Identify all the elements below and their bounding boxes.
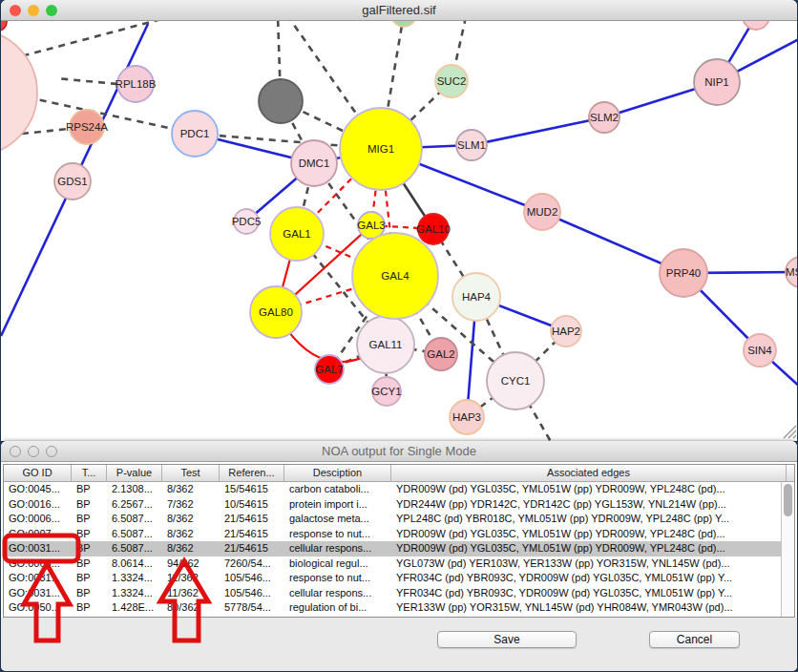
- node-label-RPS24A: RPS24A: [66, 121, 108, 133]
- cell-description: protein import i...: [284, 497, 391, 513]
- cell-test: 80/362: [162, 600, 220, 616]
- noa-output-window: NOA output for Single Mode GO IDT...P-va…: [1, 441, 797, 671]
- cell-edges: YER133W (pp) YOR315W, YNL145W (pd) YHR08…: [391, 600, 787, 616]
- network-window: galFiltered.sif RPL18BRPS24AGDS1PDC1MIG1…: [1, 0, 797, 441]
- node-label-RPL18B: RPL18B: [116, 78, 157, 90]
- cell-p_value: 1.3324...: [107, 571, 162, 586]
- cell-p_value: 6.5087...: [107, 541, 162, 556]
- table-header: GO IDT...P-valueTestReferen...Desciption…: [4, 465, 794, 482]
- node-label-MIG1: MIG1: [368, 143, 394, 155]
- cell-reference: 10/54615: [220, 497, 284, 513]
- node-label-CYC1: CYC1: [501, 375, 531, 387]
- cell-edges: YDR244W (pp) YDR142C, YDR142C (pp) YGL15…: [391, 497, 787, 513]
- cell-edges: YDR009W (pd) YGL035C, YML051W (pp) YDR00…: [391, 541, 787, 556]
- table-row[interactable]: GO:0045...BP2.1308...8/36215/54615carbon…: [4, 482, 794, 497]
- column-header-test[interactable]: Test: [162, 465, 220, 481]
- cell-reference: 21/54615: [220, 512, 284, 527]
- table-row[interactable]: GO:0016...BP6.2567...7/36210/54615protei…: [4, 497, 794, 513]
- cell-type: BP: [72, 527, 107, 542]
- cell-type: BP: [72, 512, 107, 527]
- column-header-type[interactable]: T...: [72, 465, 107, 481]
- graph-edge[interactable]: [472, 117, 604, 145]
- table-row[interactable]: GO:0031...BP1.3324...11/362105/546...cel…: [4, 586, 794, 601]
- cancel-button[interactable]: Cancel: [649, 631, 740, 648]
- cell-description: carbon cataboli...: [284, 482, 391, 497]
- cell-type: BP: [72, 571, 107, 586]
- node-label-SLM1: SLM1: [457, 139, 486, 151]
- cell-go_id: GO:0031...: [4, 541, 72, 556]
- cell-go_id: GO:0006...: [4, 512, 72, 527]
- cell-go_id: GO:0065...: [4, 556, 72, 572]
- resize-grip-icon[interactable]: [784, 426, 796, 438]
- cell-edges: YFR034C (pd) YBR093C, YDR009W (pd) YGL03…: [391, 571, 787, 586]
- column-header-edges[interactable]: Associated edges: [391, 465, 787, 481]
- vertical-scrollbar[interactable]: [781, 482, 794, 617]
- save-button[interactable]: Save: [437, 631, 577, 648]
- table-row[interactable]: GO:0006...BP6.5087...8/36221/54615galact…: [4, 512, 794, 527]
- node-corner-red[interactable]: [1, 21, 7, 31]
- table-row[interactable]: GO:0065...BP8.0614...94/3627260/54...bio…: [4, 556, 794, 572]
- cell-description: response to nut...: [284, 527, 391, 542]
- table-row[interactable]: GO:0007...BP6.5087...8/36221/54615respon…: [4, 527, 794, 542]
- table-row[interactable]: GO:0031...BP6.5087...8/36221/54615cellul…: [4, 541, 794, 556]
- cell-description: regulation of bi...: [284, 600, 391, 616]
- cell-p_value: 6.2567...: [107, 497, 162, 513]
- cell-type: BP: [72, 600, 107, 616]
- cell-description: galactose meta...: [284, 512, 391, 527]
- column-header-p_value[interactable]: P-value: [107, 465, 162, 481]
- node-gray-node[interactable]: [259, 79, 303, 123]
- cell-go_id: GO:0050...: [4, 600, 72, 616]
- cell-edges: YPL248C (pd) YBR018C, YML051W (pp) YDR00…: [391, 512, 787, 527]
- cell-p_value: 6.5087...: [107, 512, 162, 527]
- node-label-DMC1: DMC1: [299, 158, 330, 169]
- column-header-description[interactable]: Desciption: [284, 465, 391, 481]
- cell-test: 7/362: [162, 497, 220, 513]
- node-green-top[interactable]: [391, 21, 416, 27]
- noa-window-titlebar[interactable]: NOA output for Single Mode: [1, 441, 797, 462]
- node-label-NIP1: NIP1: [704, 76, 729, 88]
- cell-go_id: GO:0007...: [4, 527, 72, 542]
- cell-description: cellular respons...: [284, 586, 391, 601]
- graph-edge[interactable]: [56, 78, 117, 84]
- cell-edges: YDR009W (pd) YGL035C, YML051W (pp) YDR00…: [391, 527, 787, 542]
- node-label-PDC1: PDC1: [180, 128, 210, 139]
- table-row[interactable]: GO:0031...BP1.3324...11/362105/546...res…: [4, 571, 794, 586]
- node-label-MUD2: MUD2: [527, 206, 558, 218]
- cell-test: 8/362: [162, 541, 220, 556]
- network-canvas[interactable]: RPL18BRPS24AGDS1PDC1MIG1DMC1SLM1SLM2NIP1…: [1, 21, 797, 441]
- node-label-GDS1: GDS1: [57, 176, 87, 187]
- cell-type: BP: [72, 541, 107, 556]
- node-big-left[interactable]: [1, 30, 37, 156]
- column-header-go_id[interactable]: GO ID: [4, 465, 72, 481]
- cell-test: 11/362: [162, 571, 220, 586]
- node-label-GAL4: GAL4: [381, 270, 410, 282]
- cell-reference: 105/546...: [220, 586, 284, 601]
- table-body: GO:0045...BP2.1308...8/36215/54615carbon…: [4, 482, 794, 616]
- node-label-SIN4: SIN4: [747, 345, 772, 356]
- cell-go_id: GO:0045...: [4, 482, 72, 497]
- node-label-HAP3: HAP3: [452, 411, 481, 423]
- cell-p_value: 8.0614...: [107, 556, 162, 572]
- cell-description: cellular respons...: [284, 541, 391, 556]
- network-window-titlebar[interactable]: galFiltered.sif: [1, 0, 797, 21]
- graph-edge[interactable]: [10, 21, 161, 59]
- node-pink-top-right[interactable]: [743, 21, 769, 30]
- node-label-HAP2: HAP2: [552, 326, 580, 337]
- cell-reference: 21/54615: [220, 541, 284, 556]
- node-label-GAL3: GAL3: [357, 220, 385, 231]
- table-row[interactable]: GO:0050...BP1.428E...80/3625778/54...reg…: [4, 600, 794, 616]
- cell-reference: 7260/54...: [220, 556, 284, 572]
- cell-test: 11/362: [162, 586, 220, 601]
- cell-description: response to nut...: [284, 571, 391, 586]
- cell-test: 94/362: [162, 556, 220, 572]
- node-label-HAP4: HAP4: [462, 291, 492, 303]
- cell-type: BP: [72, 482, 107, 497]
- cell-description: biological regul...: [284, 556, 391, 572]
- window-title: NOA output for Single Mode: [1, 441, 797, 462]
- column-header-reference[interactable]: Referen...: [220, 465, 284, 481]
- cell-go_id: GO:0031...: [4, 571, 72, 586]
- network-graph: RPL18BRPS24AGDS1PDC1MIG1DMC1SLM1SLM2NIP1…: [1, 21, 797, 441]
- cell-go_id: GO:0031...: [4, 586, 72, 601]
- scrollbar-thumb[interactable]: [784, 484, 792, 516]
- node-label-GAL1: GAL1: [283, 228, 310, 240]
